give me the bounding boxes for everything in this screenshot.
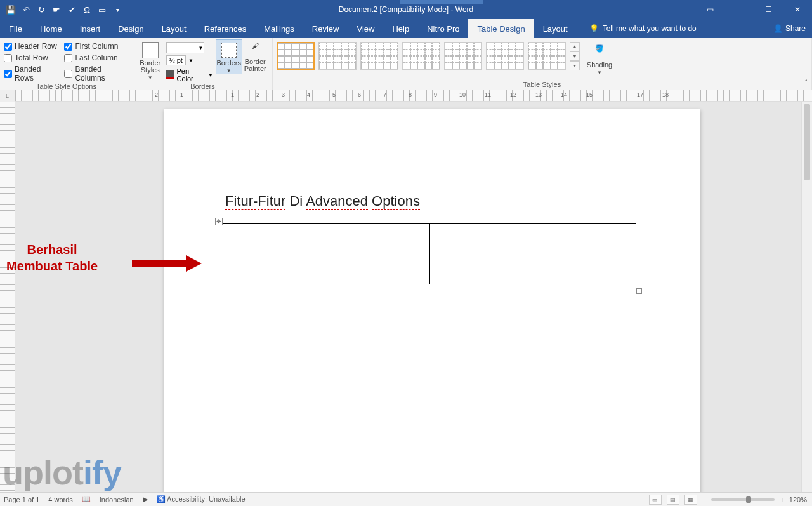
tab-table-layout[interactable]: Layout [534,19,577,38]
undo-icon[interactable]: ↶ [20,4,32,15]
share-icon: 👤 [773,24,783,33]
shading-button[interactable]: 🪣 Shading ▼ [584,42,615,76]
view-printlayout-icon[interactable]: ▤ [667,495,679,505]
borders-label: Borders [216,59,241,67]
zoom-slider[interactable] [711,498,775,501]
group-table-style-options: Header Row Total Row Banded Rows First C… [0,38,133,90]
border-styles-label: Border Styles [137,60,164,74]
status-page[interactable]: Page 1 of 1 [4,496,39,503]
ribbon-display-icon[interactable]: ▭ [695,0,724,19]
tell-me-placeholder: Tell me what you want to do [603,24,697,33]
tab-nitropro[interactable]: Nitro Pro [418,19,468,38]
border-painter-button[interactable]: 🖌 Border Painter [242,39,269,72]
title-bar: 💾 ↶ ↻ ☛ ✔ Ω ▭ ▾ Document2 [Compatibility… [0,0,812,19]
status-accessibility[interactable]: ♿ Accessibility: Unavailable [157,495,246,503]
spellcheck-icon[interactable]: ✔ [66,4,77,15]
tab-table-design[interactable]: Table Design [468,19,534,38]
redo-icon[interactable]: ↻ [36,4,47,15]
border-painter-label: Border Painter [242,58,269,72]
tab-home[interactable]: Home [31,19,71,38]
tab-file[interactable]: File [0,19,31,38]
table-move-handle-icon[interactable]: ✥ [215,218,223,225]
window-controls: ▭ — ☐ ✕ [695,0,812,19]
window-title: Document2 [Compatibility Mode] - Word [339,5,474,14]
tab-insert[interactable]: Insert [71,19,110,38]
view-readmode-icon[interactable]: ▭ [649,495,662,505]
table-style-thumb[interactable] [360,42,398,70]
status-wordcount[interactable]: 4 words [48,496,73,503]
ribbon: Header Row Total Row Banded Rows First C… [0,38,812,90]
chevron-down-icon: ▼ [148,75,153,81]
table-style-thumb[interactable] [318,42,357,70]
tab-help[interactable]: Help [383,19,418,38]
line-weight-dropdown[interactable]: ½ pt▼ [166,55,213,65]
watermark: uplotify [0,453,121,492]
vertical-ruler[interactable] [0,102,15,492]
status-proofing-icon[interactable]: 📖 [82,495,91,503]
zoom-out-icon[interactable]: − [702,496,706,503]
save-icon[interactable]: 💾 [5,4,16,15]
chk-header-row[interactable]: Header Row [4,42,58,51]
border-styles-button[interactable]: Border Styles ▼ [137,39,164,81]
status-bar: Page 1 of 1 4 words 📖 Indonesian ▶ ♿ Acc… [0,492,812,506]
tell-me-search[interactable]: 💡 Tell me what you want to do [577,19,697,38]
newdoc-icon[interactable]: ▭ [96,4,108,15]
omega-icon[interactable]: Ω [81,4,93,15]
styles-gallery-scroll[interactable]: ▲▼▾ [570,42,580,70]
group-borders: Border Styles ▼ ▼ ½ pt▼ Pen Color▼ Borde… [133,38,273,90]
workspace: Fitur-Fitur Di Advanced Options ✥ [0,102,812,492]
document-canvas[interactable]: Fitur-Fitur Di Advanced Options ✥ [15,102,812,492]
table-row [223,248,636,260]
status-language[interactable]: Indonesian [100,496,134,503]
horizontal-ruler[interactable]: L 2 1 1 2 3 4 5 6 7 8 9 10 11 12 13 14 1… [0,90,812,102]
line-style-dropdown[interactable]: ▼ [166,42,204,53]
pen-icon [166,70,174,79]
collapse-ribbon-icon[interactable]: ˄ [804,79,808,87]
status-macro-icon[interactable]: ▶ [143,495,148,503]
annotation-label: Berhasil Membuat Table [6,241,98,274]
borders-button[interactable]: Borders ▼ [216,39,242,74]
table-row [223,272,636,284]
tab-layout[interactable]: Layout [153,19,195,38]
zoom-in-icon[interactable]: + [780,496,783,503]
maximize-icon[interactable]: ☐ [754,0,783,19]
svg-marker-1 [186,255,202,272]
group-label-table-styles: Table Styles [277,81,808,90]
zoom-level[interactable]: 120% [789,496,807,503]
chevron-down-icon: ▼ [226,68,232,74]
view-weblayout-icon[interactable]: ▦ [684,495,697,505]
minimize-icon[interactable]: — [724,0,754,19]
table-resize-handle-icon[interactable] [636,288,642,294]
close-icon[interactable]: ✕ [783,0,812,19]
table-style-thumb[interactable] [444,42,482,70]
vertical-scrollbar[interactable] [801,102,812,492]
table-style-thumb[interactable] [528,42,566,70]
lightbulb-icon: 💡 [589,24,599,33]
chk-last-column[interactable]: Last Column [64,53,129,62]
chk-banded-columns[interactable]: Banded Columns [64,65,129,83]
chevron-down-icon: ▼ [597,70,602,76]
annotation-arrow-icon [132,254,202,273]
touchmode-icon[interactable]: ☛ [51,4,62,15]
document-table[interactable] [223,223,636,284]
table-row [223,224,636,236]
tab-design[interactable]: Design [109,19,152,38]
chk-banded-rows[interactable]: Banded Rows [4,65,58,83]
table-style-thumb[interactable] [277,42,315,70]
table-row [223,260,636,272]
page: Fitur-Fitur Di Advanced Options ✥ [164,109,700,492]
share-button[interactable]: 👤 Share [773,19,806,38]
customize-qat-icon[interactable]: ▾ [112,4,123,15]
tab-references[interactable]: References [195,19,255,38]
chk-first-column[interactable]: First Column [64,42,129,51]
table-style-thumb[interactable] [486,42,524,70]
tab-mailings[interactable]: Mailings [255,19,303,38]
chk-total-row[interactable]: Total Row [4,53,58,62]
tab-review[interactable]: Review [303,19,348,38]
tab-view[interactable]: View [348,19,383,38]
shading-label: Shading [587,61,612,69]
table-style-thumb[interactable] [402,42,440,70]
document-heading[interactable]: Fitur-Fitur Di Advanced Options [225,193,420,210]
pen-color-dropdown[interactable]: Pen Color▼ [166,67,213,83]
ruler-corner[interactable]: L [0,90,15,102]
